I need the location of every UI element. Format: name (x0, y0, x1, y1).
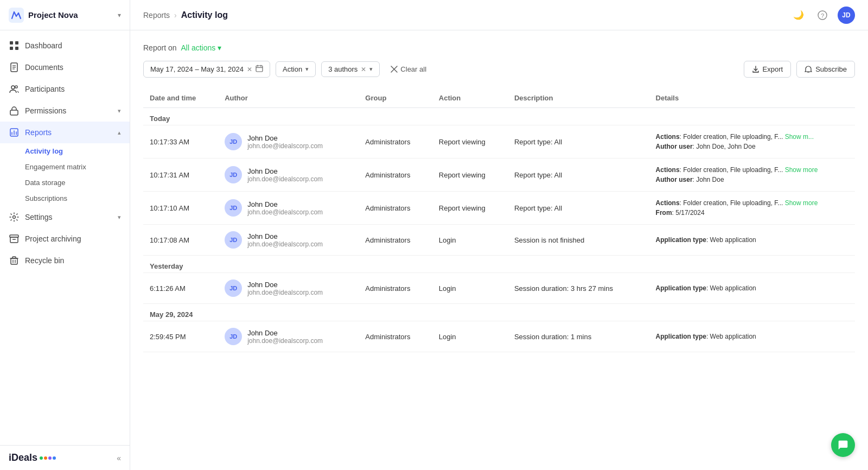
author-email: john.doe@idealscorp.com (247, 289, 323, 296)
sidebar-item-documents-label: Documents (25, 63, 121, 72)
activity-log-table: Date and time Author Group Action Descri… (143, 88, 855, 352)
sidebar-item-permissions[interactable]: Permissions ▾ (0, 100, 130, 122)
chat-bubble-button[interactable] (831, 433, 855, 457)
sidebar-item-data-storage[interactable]: Data storage (25, 175, 130, 190)
table-header: Date and time Author Group Action Descri… (143, 88, 855, 108)
author-avatar: JD (225, 280, 242, 297)
cell-action: Report viewing (432, 158, 508, 192)
clear-all-button[interactable]: Clear all (385, 62, 432, 77)
breadcrumb-separator: › (174, 11, 177, 20)
cell-group: Administrators (359, 125, 432, 158)
dot-orange (44, 456, 47, 460)
settings-icon (9, 212, 20, 223)
sidebar-item-engagement-matrix[interactable]: Engagement matrix (25, 159, 130, 175)
main-content: Reports › Activity log 🌙 ? JD Report on … (130, 0, 868, 470)
cell-details: Actions: Folder creation, File uploading… (649, 158, 855, 192)
collapse-sidebar-button[interactable]: « (117, 454, 121, 462)
export-button[interactable]: Export (744, 61, 792, 78)
author-email: john.doe@idealscorp.com (247, 337, 323, 345)
sidebar-item-participants[interactable]: Participants (0, 78, 130, 100)
sidebar-title-chevron[interactable]: ▾ (118, 11, 121, 19)
sidebar-item-dashboard[interactable]: Dashboard (0, 35, 130, 56)
sidebar-title: Project Nova (28, 10, 78, 20)
author-info: John Doe john.doe@idealscorp.com (247, 281, 323, 296)
sidebar-item-documents[interactable]: Documents (0, 56, 130, 78)
cell-datetime: 2:59:45 PM (143, 321, 218, 352)
sidebar-item-project-archiving[interactable]: Project archiving (0, 228, 130, 250)
action-filter[interactable]: Action ▾ (276, 61, 316, 77)
sidebar-item-settings[interactable]: Settings ▾ (0, 206, 130, 228)
reports-subnav: Activity log Engagement matrix Data stor… (0, 143, 130, 206)
cell-description: Session duration: 3 hrs 27 mins (508, 273, 649, 304)
report-header: Report on All actions ▾ (143, 43, 855, 52)
sidebar-footer: iDeals « (0, 445, 130, 470)
filters-row: May 17, 2024 – May 31, 2024 ✕ Action ▾ 3… (143, 61, 855, 78)
sidebar-item-reports[interactable]: Reports ▴ (0, 122, 130, 143)
author-name: John Doe (247, 232, 323, 240)
sidebar: Project Nova ▾ Dashboard Documents Parti… (0, 0, 130, 470)
table-row: 10:17:31 AM JD John Doe john.doe@idealsc… (143, 158, 855, 192)
authors-clear-button[interactable]: ✕ (361, 66, 366, 73)
sidebar-item-recycle-bin[interactable]: Recycle bin (0, 250, 130, 271)
sidebar-item-reports-label: Reports (25, 128, 112, 137)
show-more-link[interactable]: Show m... (785, 133, 814, 141)
col-description: Description (508, 88, 649, 108)
author-name: John Doe (247, 134, 323, 142)
ideals-dots (40, 456, 56, 460)
author-avatar: JD (225, 166, 242, 183)
sidebar-item-settings-label: Settings (25, 213, 112, 221)
report-on-label: Report on (143, 43, 176, 52)
table-row: 2:59:45 PM JD John Doe john.doe@idealsco… (143, 321, 855, 352)
content-area: Report on All actions ▾ May 17, 2024 – M… (130, 30, 868, 470)
author-name: John Doe (247, 281, 323, 289)
sidebar-item-subscriptions[interactable]: Subscriptions (25, 190, 130, 206)
dot-blue (53, 456, 56, 460)
cell-datetime: 10:17:08 AM (143, 225, 218, 256)
breadcrumb-reports[interactable]: Reports (143, 11, 170, 20)
col-action: Action (432, 88, 508, 108)
sidebar-logo[interactable]: Project Nova (9, 8, 78, 23)
reports-icon (9, 127, 20, 138)
cell-datetime: 10:17:31 AM (143, 158, 218, 192)
topbar-actions: 🌙 ? JD (790, 7, 855, 24)
show-more-link[interactable]: Show more (785, 166, 818, 174)
sidebar-item-project-archiving-label: Project archiving (25, 234, 121, 243)
author-name: John Doe (247, 167, 323, 175)
table-row: 10:17:08 AM JD John Doe john.doe@idealsc… (143, 225, 855, 256)
author-name: John Doe (247, 329, 323, 337)
svg-rect-11 (10, 110, 18, 115)
chat-icon (838, 440, 848, 450)
sidebar-header: Project Nova ▾ (0, 0, 130, 30)
authors-filter-label: 3 authors (328, 65, 358, 73)
subscribe-button[interactable]: Subscribe (796, 61, 855, 78)
svg-point-16 (13, 216, 16, 219)
action-filter-chevron: ▾ (305, 66, 309, 73)
sidebar-item-activity-log[interactable]: Activity log (25, 143, 130, 159)
help-button[interactable]: ? (814, 7, 831, 24)
authors-filter[interactable]: 3 authors ✕ ▾ (321, 61, 380, 77)
cell-author: JD John Doe john.doe@idealscorp.com (218, 225, 359, 256)
cell-description: Session duration: 1 mins (508, 321, 649, 352)
author-email: john.doe@idealscorp.com (247, 175, 323, 183)
svg-rect-19 (11, 258, 17, 264)
svg-text:?: ? (821, 12, 824, 18)
date-range-filter[interactable]: May 17, 2024 – May 31, 2024 ✕ (143, 61, 270, 78)
dark-mode-button[interactable]: 🌙 (790, 7, 807, 24)
user-avatar-button[interactable]: JD (838, 7, 855, 24)
cell-action: Report viewing (432, 192, 508, 225)
col-group: Group (359, 88, 432, 108)
show-more-link[interactable]: Show more (785, 199, 818, 207)
subscribe-label: Subscribe (815, 65, 847, 73)
all-actions-filter-button[interactable]: All actions ▾ (181, 43, 221, 52)
cell-datetime: 10:17:10 AM (143, 192, 218, 225)
all-actions-label: All actions (181, 43, 215, 52)
document-icon (9, 62, 20, 73)
authors-filter-chevron: ▾ (369, 66, 373, 73)
svg-rect-17 (10, 237, 18, 243)
svg-point-10 (15, 86, 17, 88)
cell-action: Login (432, 273, 508, 304)
date-range-clear-button[interactable]: ✕ (247, 66, 252, 73)
cell-group: Administrators (359, 225, 432, 256)
archive-icon (9, 233, 20, 244)
table-section-label: Today (143, 108, 855, 125)
